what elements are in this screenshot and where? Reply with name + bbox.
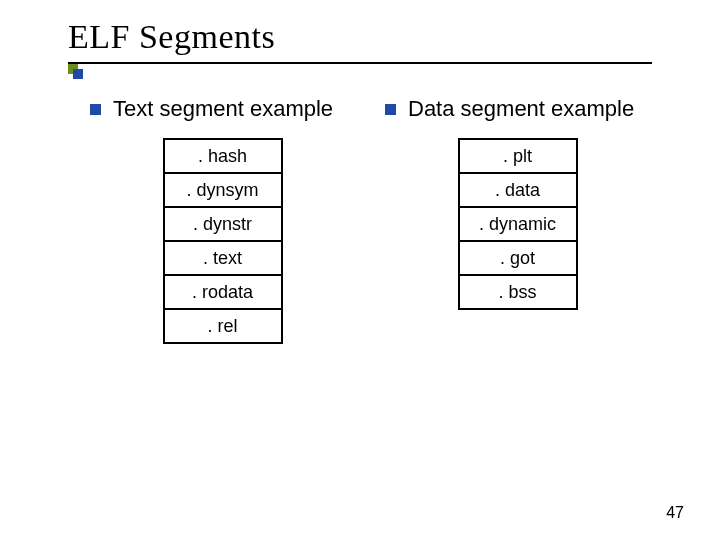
- title-underline: [68, 62, 652, 64]
- title-wrap: ELF Segments: [68, 18, 275, 56]
- bullet-icon: [385, 104, 396, 115]
- table-row: . text: [163, 240, 283, 276]
- right-column-head: Data segment example: [385, 96, 650, 122]
- left-column: Text segment example . hash . dynsym . d…: [90, 96, 355, 344]
- left-column-head: Text segment example: [90, 96, 355, 122]
- right-heading: Data segment example: [408, 96, 634, 122]
- slide: ELF Segments Text segment example . hash…: [0, 0, 720, 540]
- right-stack: . plt . data . dynamic . got . bss: [385, 138, 650, 310]
- table-row: . bss: [458, 274, 578, 310]
- table-row: . plt: [458, 138, 578, 174]
- table-row: . dynstr: [163, 206, 283, 242]
- table-row: . got: [458, 240, 578, 276]
- title-accent-icon: [68, 64, 82, 78]
- table-row: . data: [458, 172, 578, 208]
- table-row: . dynsym: [163, 172, 283, 208]
- table-row: . rodata: [163, 274, 283, 310]
- right-column: Data segment example . plt . data . dyna…: [385, 96, 650, 344]
- table-row: . rel: [163, 308, 283, 344]
- bullet-icon: [90, 104, 101, 115]
- table-row: . hash: [163, 138, 283, 174]
- page-number: 47: [666, 504, 684, 522]
- columns: Text segment example . hash . dynsym . d…: [90, 96, 650, 344]
- slide-title: ELF Segments: [68, 18, 275, 56]
- table-row: . dynamic: [458, 206, 578, 242]
- left-stack: . hash . dynsym . dynstr . text . rodata…: [90, 138, 355, 344]
- left-heading: Text segment example: [113, 96, 333, 122]
